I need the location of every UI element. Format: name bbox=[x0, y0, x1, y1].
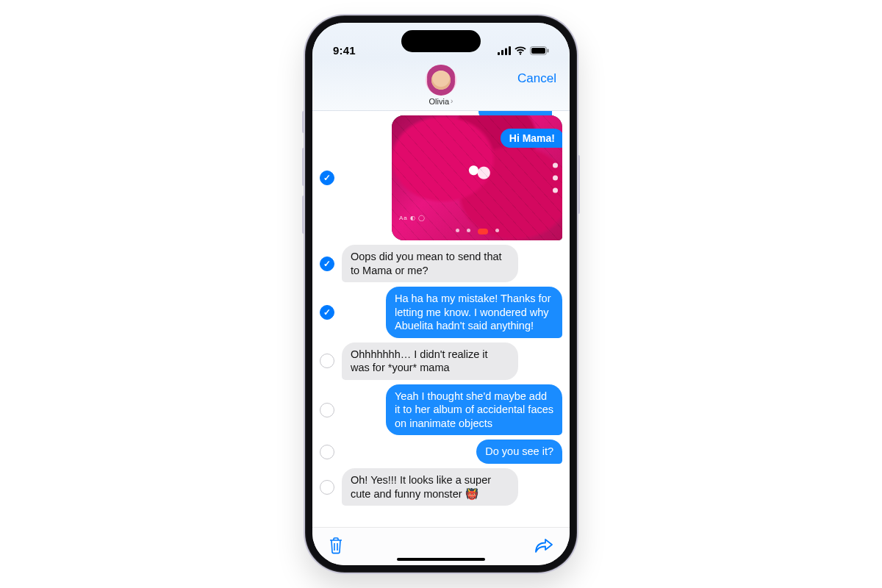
message-row: Do you see it? bbox=[320, 440, 562, 464]
camera-side-controls-icon bbox=[553, 163, 558, 193]
received-message-bubble[interactable]: Ohhhhhhh… I didn't realize it was for *y… bbox=[342, 343, 518, 380]
cancel-button[interactable]: Cancel bbox=[517, 71, 556, 86]
screen: 9:41 Olivia › Cancel bbox=[312, 23, 570, 565]
message-row: Ha ha ha my mistake! Thanks for letting … bbox=[320, 287, 562, 338]
svg-rect-2 bbox=[505, 49, 507, 56]
svg-rect-6 bbox=[531, 48, 545, 54]
delete-button[interactable] bbox=[329, 537, 343, 557]
memoji-face-icon bbox=[431, 71, 451, 90]
contact-name-row[interactable]: Olivia › bbox=[429, 97, 453, 106]
message-row: Yeah I thought she'd maybe add it to her… bbox=[320, 384, 562, 436]
dynamic-island bbox=[401, 30, 481, 52]
message-row: Oops did you mean to send that to Mama o… bbox=[320, 245, 562, 282]
camera-mode-label: Aa ◐ ◯ bbox=[399, 215, 426, 221]
status-indicators bbox=[498, 45, 549, 57]
select-toggle[interactable] bbox=[320, 445, 334, 459]
mute-switch bbox=[302, 111, 305, 133]
message-row: Aa ◐ ◯ Hi Mama! bbox=[320, 115, 562, 240]
conversation-header: Olivia › Cancel bbox=[312, 58, 570, 111]
home-indicator bbox=[397, 558, 485, 561]
battery-icon bbox=[530, 45, 549, 57]
sent-message-bubble[interactable]: Yeah I thought she'd maybe add it to her… bbox=[386, 384, 562, 436]
wifi-icon bbox=[514, 45, 526, 57]
select-toggle[interactable] bbox=[320, 257, 334, 271]
volume-down bbox=[302, 196, 305, 234]
svg-point-4 bbox=[520, 54, 521, 55]
iphone-frame: 9:41 Olivia › Cancel bbox=[305, 15, 577, 573]
message-thread: Aa ◐ ◯ Hi Mama! Oops did you mean to sen… bbox=[312, 111, 570, 527]
status-time: 9:41 bbox=[333, 44, 356, 57]
chevron-right-icon: › bbox=[451, 97, 453, 105]
power-button bbox=[577, 155, 580, 214]
message-row: Ohhhhhhh… I didn't realize it was for *y… bbox=[320, 343, 562, 380]
select-toggle[interactable] bbox=[320, 305, 334, 320]
contact-name: Olivia bbox=[429, 97, 450, 106]
contact-avatar[interactable] bbox=[426, 65, 456, 96]
select-toggle[interactable] bbox=[320, 171, 334, 185]
sent-message-bubble[interactable]: Do you see it? bbox=[476, 440, 562, 464]
svg-rect-3 bbox=[509, 46, 511, 55]
svg-rect-7 bbox=[548, 49, 549, 53]
image-caption-bubble: Hi Mama! bbox=[501, 129, 562, 148]
message-row: Oh! Yes!!! It looks like a super cute an… bbox=[320, 468, 562, 506]
cellular-icon bbox=[498, 45, 511, 57]
svg-rect-0 bbox=[498, 52, 500, 55]
forward-button[interactable] bbox=[534, 537, 553, 556]
volume-up bbox=[302, 148, 305, 186]
select-toggle[interactable] bbox=[320, 480, 334, 495]
select-toggle[interactable] bbox=[320, 403, 334, 417]
camera-bottom-controls-icon bbox=[392, 229, 562, 234]
image-message[interactable]: Aa ◐ ◯ Hi Mama! bbox=[392, 115, 562, 240]
svg-rect-1 bbox=[501, 50, 503, 55]
received-message-bubble[interactable]: Oops did you mean to send that to Mama o… bbox=[342, 245, 518, 282]
select-toggle[interactable] bbox=[320, 354, 334, 368]
received-message-bubble[interactable]: Oh! Yes!!! It looks like a super cute an… bbox=[342, 468, 518, 506]
sent-message-bubble[interactable]: Ha ha ha my mistake! Thanks for letting … bbox=[386, 287, 562, 338]
